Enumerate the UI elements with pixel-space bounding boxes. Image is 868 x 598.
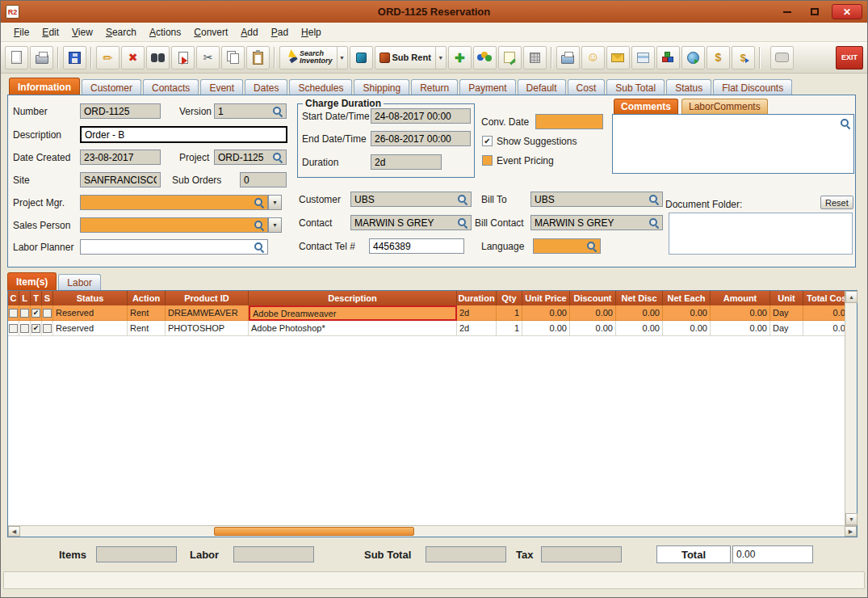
menu-help[interactable]: Help (295, 24, 328, 40)
language-lookup-icon[interactable] (586, 241, 597, 251)
edit-button[interactable]: ✏ (96, 46, 120, 69)
col-header-action[interactable]: Action (128, 291, 166, 305)
tab-labor-comments[interactable]: LaborComments (681, 99, 768, 114)
cell-discount[interactable]: 0.00 (570, 321, 616, 336)
row-checkbox-c[interactable] (9, 324, 18, 333)
vertical-scrollbar[interactable]: ▲ ▼ (845, 291, 857, 525)
cell-status[interactable]: Reserved (53, 321, 128, 336)
tab-information[interactable]: Information (9, 78, 80, 95)
cell-total-cost[interactable]: 0.00 (803, 305, 845, 321)
memo-button[interactable] (606, 46, 630, 69)
tab-schedules[interactable]: Schedules (289, 79, 352, 95)
edit-notes-button[interactable] (498, 46, 522, 69)
maximize-button[interactable] (804, 4, 825, 19)
col-header-status[interactable]: Status (53, 291, 128, 305)
document-folder-box[interactable] (669, 213, 853, 255)
project-lookup-icon[interactable] (272, 152, 283, 162)
cell-qty[interactable]: 1 (497, 305, 522, 321)
add-item-button[interactable]: ✚ (448, 46, 472, 69)
cell-net-disc[interactable]: 0.00 (616, 321, 663, 336)
col-header-net-each[interactable]: Net Each (663, 291, 711, 305)
money-transfer-button[interactable]: $ (732, 46, 755, 69)
show-suggestions-checkbox[interactable]: ✔ (482, 136, 493, 146)
col-header-t[interactable]: T (31, 291, 42, 305)
col-header-l[interactable]: L (19, 291, 31, 305)
tab-payment[interactable]: Payment (459, 79, 515, 95)
comments-box[interactable] (612, 114, 854, 174)
cut-button[interactable]: ✂ (196, 46, 220, 69)
scroll-down-button[interactable]: ▼ (845, 513, 858, 525)
col-header-qty[interactable]: Qty (497, 291, 522, 305)
cell-net-disc[interactable]: 0.00 (616, 305, 663, 321)
exit-button[interactable]: EXIT (836, 46, 863, 69)
sales-person-field[interactable] (80, 217, 268, 233)
tab-default[interactable]: Default (518, 79, 566, 95)
language-field[interactable] (533, 238, 601, 254)
menu-edit[interactable]: Edit (36, 24, 65, 40)
tab-flat-discounts[interactable]: Flat Discounts (713, 79, 792, 95)
paste-button[interactable] (246, 46, 270, 69)
cell-unit-price[interactable]: 0.00 (522, 321, 570, 336)
customer-lookup-icon[interactable] (457, 194, 468, 204)
menu-convert[interactable]: Convert (187, 24, 234, 40)
col-header-s[interactable]: S (42, 291, 53, 305)
availability-button[interactable] (473, 46, 497, 69)
comment-button[interactable] (770, 46, 794, 69)
horizontal-scrollbar[interactable]: ◀ ▶ (8, 525, 857, 537)
tab-contacts[interactable]: Contacts (143, 79, 199, 95)
version-lookup-icon[interactable] (272, 106, 283, 116)
tab-shipping[interactable]: Shipping (354, 79, 409, 95)
cell-duration[interactable]: 2d (457, 321, 497, 336)
row-checkbox-l[interactable] (20, 324, 29, 333)
cell-total-cost[interactable]: 0.00 (803, 321, 845, 336)
currency-button[interactable]: $ (707, 46, 730, 69)
cell-action[interactable]: Rent (128, 321, 166, 336)
event-pricing-checkbox[interactable] (482, 155, 493, 166)
table-row[interactable]: ✔ Reserved Rent PHOTOSHOP Adobe Photosho… (8, 321, 845, 336)
cell-product-id[interactable]: DREAMWEAVER (166, 305, 249, 321)
cell-unit-price[interactable]: 0.00 (522, 305, 570, 321)
save-button[interactable] (63, 46, 86, 69)
cell-unit[interactable]: Day (770, 321, 803, 336)
col-header-product-id[interactable]: Product ID (166, 291, 249, 305)
col-header-unit-price[interactable]: Unit Price (522, 291, 570, 305)
tab-customer[interactable]: Customer (82, 79, 141, 95)
col-header-amount[interactable]: Amount (711, 291, 770, 305)
col-header-net-disc[interactable]: Net Disc (616, 291, 663, 305)
description-field[interactable]: Order - B (80, 126, 287, 143)
cell-action[interactable]: Rent (128, 305, 166, 321)
copy-button[interactable] (221, 46, 245, 69)
col-header-description[interactable]: Description (249, 291, 457, 305)
reserve-button[interactable] (350, 46, 373, 69)
row-checkbox-c[interactable] (9, 309, 18, 318)
menu-actions[interactable]: Actions (143, 24, 187, 40)
bill-to-lookup-icon[interactable] (648, 194, 659, 204)
row-checkbox-s[interactable] (43, 309, 52, 318)
convert-button[interactable] (171, 46, 195, 69)
new-document-button[interactable] (5, 46, 28, 69)
tab-items[interactable]: Item(s) (7, 272, 57, 290)
close-button[interactable]: ✕ (832, 4, 862, 19)
col-header-total-cost[interactable]: Total Cost (803, 291, 845, 305)
row-checkbox-l[interactable] (20, 309, 29, 318)
cell-discount[interactable]: 0.00 (570, 305, 616, 321)
cell-duration[interactable]: 2d (457, 305, 497, 321)
cell-unit[interactable]: Day (770, 305, 803, 321)
print-button[interactable] (30, 46, 53, 69)
sub-rent-button[interactable]: Sub Rent ▼ (375, 46, 447, 69)
minimize-button[interactable] (777, 4, 798, 19)
row-checkbox-t[interactable]: ✔ (31, 309, 40, 318)
cell-status[interactable]: Reserved (53, 305, 128, 321)
tab-cost[interactable]: Cost (568, 79, 606, 95)
scroll-right-button[interactable]: ▶ (845, 526, 857, 537)
tab-dates[interactable]: Dates (245, 79, 287, 95)
search-inventory-button[interactable]: SearchInventory ▼ (279, 46, 348, 69)
cell-qty[interactable]: 1 (497, 321, 522, 336)
cell-net-each[interactable]: 0.00 (663, 321, 711, 336)
project-mgr-lookup-icon[interactable] (254, 197, 264, 208)
cell-description[interactable]: Adobe Photoshop* (249, 321, 457, 336)
cell-amount[interactable]: 0.00 (711, 321, 770, 336)
row-checkbox-t[interactable]: ✔ (31, 324, 40, 333)
feedback-button[interactable]: ☺ (581, 46, 605, 69)
scroll-up-button[interactable]: ▲ (845, 291, 858, 303)
